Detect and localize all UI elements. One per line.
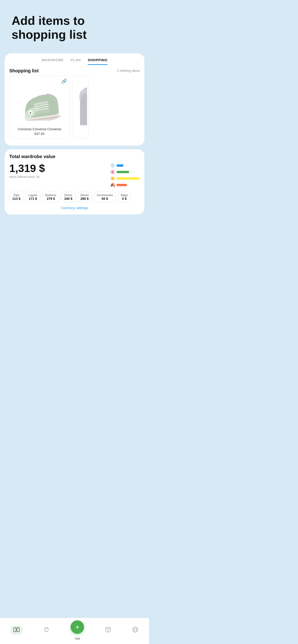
season-spring: 🌸 bbox=[110, 170, 140, 174]
value-card: Total wardrobe value 1,319 $ Items witho… bbox=[5, 149, 144, 214]
category-bottoms[interactable]: Bottoms 279 $ bbox=[42, 192, 59, 202]
product-card-partial[interactable] bbox=[72, 76, 89, 139]
layers-label: Layers bbox=[28, 193, 37, 197]
bottoms-label: Bottoms bbox=[45, 193, 56, 197]
link-icon[interactable]: 🔗 bbox=[61, 78, 67, 84]
dress-label: Dress bbox=[64, 193, 72, 197]
value-card-title: Total wardrobe value bbox=[9, 154, 140, 159]
page-title: Add items to shopping list bbox=[12, 14, 137, 42]
tab-plan[interactable]: PLAN bbox=[71, 58, 81, 65]
category-bags[interactable]: Bags 0 $ bbox=[118, 192, 131, 202]
categories-container: Tops 113 $ Layers 171 $ Bottoms 279 $ Dr… bbox=[9, 192, 140, 202]
seasons-legend: ❄️ 🌸 ☀️ 🍂 bbox=[110, 163, 140, 188]
category-tops[interactable]: Tops 113 $ bbox=[9, 192, 24, 202]
bottoms-value: 279 $ bbox=[45, 197, 56, 200]
tabs-container: WARDROBE PLAN SHOPPING bbox=[5, 53, 144, 65]
currency-settings-button[interactable]: Currency settings bbox=[9, 206, 140, 210]
winter-bar bbox=[117, 164, 123, 167]
spring-bar bbox=[117, 171, 129, 173]
accessories-label: Accessories bbox=[97, 193, 113, 197]
fall-icon: 🍂 bbox=[110, 182, 115, 188]
main-card: WARDROBE PLAN SHOPPING Shopping list 2 c… bbox=[5, 53, 144, 146]
bags-value: 0 $ bbox=[121, 197, 128, 200]
tab-wardrobe[interactable]: WARDROBE bbox=[42, 58, 64, 65]
product-name: Converse Converse Converse bbox=[12, 127, 67, 132]
svg-text:★: ★ bbox=[29, 111, 32, 114]
product-card[interactable]: 🔗 bbox=[9, 76, 70, 139]
fall-bar bbox=[117, 184, 127, 186]
product-image-area: ★ bbox=[12, 79, 67, 125]
tab-shopping[interactable]: SHOPPING bbox=[88, 58, 107, 65]
item-count: 2 clothing items bbox=[117, 69, 140, 72]
summer-bar bbox=[117, 177, 140, 180]
summer-icon: ☀️ bbox=[110, 176, 115, 181]
hero-section: Add items to shopping list bbox=[0, 0, 149, 49]
season-fall: 🍂 bbox=[110, 182, 140, 188]
spring-icon: 🌸 bbox=[110, 170, 115, 174]
category-dress[interactable]: Dress 340 $ bbox=[61, 192, 75, 202]
value-subtitle: Items without price: 16 bbox=[9, 175, 110, 178]
tops-value: 113 $ bbox=[12, 197, 21, 200]
shoe-image: ★ bbox=[16, 84, 63, 120]
value-main-row: 1,319 $ Items without price: 16 ❄️ 🌸 ☀️ bbox=[9, 162, 140, 188]
category-layers[interactable]: Layers 171 $ bbox=[25, 192, 40, 202]
tops-label: Tops bbox=[12, 193, 21, 197]
partial-item-image bbox=[75, 79, 87, 125]
section-title: Shopping list bbox=[9, 68, 39, 74]
season-summer: ☀️ bbox=[110, 176, 140, 181]
page-container: Add items to shopping list WARDROBE PLAN… bbox=[0, 0, 149, 322]
category-shoes[interactable]: Shoes 285 $ bbox=[77, 192, 92, 202]
shoes-label: Shoes bbox=[80, 193, 89, 197]
accessories-value: 60 $ bbox=[97, 197, 113, 200]
category-accessories[interactable]: Accessories 60 $ bbox=[94, 192, 116, 202]
section-header: Shopping list 2 clothing items bbox=[5, 65, 144, 76]
product-price: €47.00 bbox=[12, 132, 67, 136]
dress-value: 340 $ bbox=[64, 197, 72, 200]
value-left: 1,319 $ Items without price: 16 bbox=[9, 162, 110, 178]
products-row: 🔗 bbox=[5, 76, 144, 141]
value-amount: 1,319 $ bbox=[9, 162, 110, 174]
season-winter: ❄️ bbox=[110, 163, 140, 168]
shoes-value: 285 $ bbox=[80, 197, 89, 200]
winter-icon: ❄️ bbox=[110, 163, 115, 168]
layers-value: 171 $ bbox=[28, 197, 37, 200]
bags-label: Bags bbox=[121, 193, 128, 197]
